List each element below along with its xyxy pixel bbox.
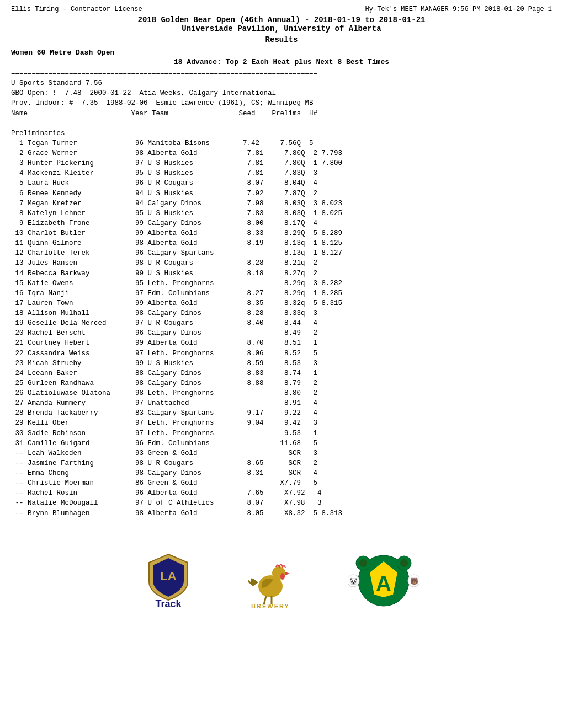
svg-text:LA: LA [160, 569, 176, 583]
la-track-logo: LA Track [144, 552, 193, 610]
header-left: Ellis Timing - Contractor License [11, 6, 142, 13]
svg-text:🐻: 🐻 [410, 577, 418, 586]
big-rock-icon: BiG ROCK [237, 552, 304, 607]
equals-separator-top: ========================================… [11, 68, 552, 78]
svg-text:A: A [376, 572, 391, 595]
svg-point-6 [280, 573, 285, 580]
title-line2: Universiade Pavilion, University of Albe… [11, 24, 552, 33]
svg-point-13 [400, 559, 408, 567]
big-rock-text: BREWERY [251, 603, 290, 609]
equals-separator-mid: ========================================… [11, 119, 552, 129]
event-name: Women 60 Metre Dash Open [11, 49, 552, 57]
svg-marker-3 [285, 572, 290, 575]
svg-point-12 [359, 559, 367, 567]
columns-header: Name Year Team Seed Prelims H# [11, 109, 552, 119]
big-rock-logo: BiG ROCK BREWERY [237, 552, 304, 609]
la-track-icon: LA [144, 552, 193, 601]
prov-standard: Prov. Indoor: # 7.35 1988-02-06 Esmie La… [11, 98, 552, 108]
section-label: Preliminaries [11, 129, 552, 138]
results-title: Results [265, 35, 298, 44]
ualberta-logo: A 🐼 🐻 [348, 553, 419, 608]
advance-line: 18 Advance: Top 2 Each Heat plus Next 8 … [11, 58, 552, 66]
gbo-standard: GBO Open: ! 7.48 2000-01-22 Atia Weeks, … [11, 88, 552, 98]
usports-standard: U Sports Standard 7.56 [11, 78, 552, 88]
header-right: Hy-Tek's MEET MANAGER 9:56 PM 2018-01-20… [365, 6, 552, 13]
logos-section: LA Track [11, 552, 552, 621]
svg-text:🐼: 🐼 [349, 577, 358, 586]
title-line1: 2018 Golden Bear Open (46th Annual) - 20… [11, 15, 552, 24]
results-data: 1 Tegan Turner 96 Manitoba Bisons 7.42 7… [11, 138, 552, 518]
la-track-text: Track [155, 598, 181, 610]
ualberta-icon: A 🐼 🐻 [348, 553, 419, 608]
